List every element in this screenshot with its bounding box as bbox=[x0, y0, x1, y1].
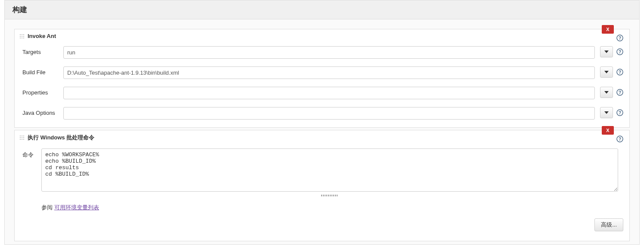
build-file-input[interactable] bbox=[63, 66, 595, 79]
java-options-input[interactable] bbox=[63, 107, 595, 120]
form-row-properties: Properties ? bbox=[15, 82, 629, 102]
properties-label: Properties bbox=[22, 87, 63, 96]
svg-point-23 bbox=[22, 137, 22, 138]
build-step-invoke-ant: X Invoke Ant ? Targets bbox=[14, 29, 630, 128]
svg-point-3 bbox=[20, 36, 21, 37]
svg-point-26 bbox=[22, 139, 22, 140]
build-step-windows-batch: X 执行 Windows 批处理命令 ? 命令 bbox=[14, 130, 630, 241]
svg-text:?: ? bbox=[619, 90, 621, 95]
java-options-label: Java Options bbox=[22, 107, 63, 116]
expand-button[interactable] bbox=[600, 66, 613, 78]
svg-point-19 bbox=[20, 136, 21, 136]
svg-point-1 bbox=[22, 34, 22, 35]
svg-point-6 bbox=[20, 38, 21, 38]
svg-text:?: ? bbox=[619, 50, 621, 54]
properties-input[interactable] bbox=[63, 87, 595, 99]
step-header: 执行 Windows 批处理命令 ? bbox=[15, 130, 629, 143]
build-file-label: Build File bbox=[22, 66, 63, 76]
help-icon[interactable]: ? bbox=[616, 109, 623, 116]
form-row-build-file: Build File ? bbox=[15, 61, 629, 82]
form-row-command: 命令 bbox=[15, 143, 629, 202]
expand-button[interactable] bbox=[600, 87, 613, 98]
reference-row: 参阅 可用环境变量列表 bbox=[15, 202, 629, 216]
step-body: 命令 参阅 可用环境变量列表 高级... bbox=[15, 143, 629, 241]
svg-point-21 bbox=[23, 136, 24, 136]
svg-point-7 bbox=[22, 38, 22, 38]
svg-point-0 bbox=[20, 34, 21, 35]
section-header: 构建 bbox=[4, 0, 640, 19]
svg-point-24 bbox=[23, 137, 24, 138]
form-row-java-options: Java Options ? bbox=[15, 102, 629, 122]
svg-point-22 bbox=[20, 137, 21, 138]
step-title: Invoke Ant bbox=[28, 33, 56, 39]
advanced-row: 高级... bbox=[15, 216, 629, 236]
advanced-button[interactable]: 高级... bbox=[594, 218, 623, 231]
svg-text:?: ? bbox=[619, 36, 621, 41]
help-icon[interactable]: ? bbox=[616, 35, 623, 41]
help-icon[interactable]: ? bbox=[616, 69, 623, 76]
svg-point-8 bbox=[23, 38, 24, 38]
reference-prefix: 参阅 bbox=[41, 204, 54, 211]
step-title: 执行 Windows 批处理命令 bbox=[28, 134, 94, 142]
svg-point-20 bbox=[22, 136, 22, 136]
svg-text:?: ? bbox=[619, 137, 621, 142]
form-row-targets: Targets ? bbox=[15, 41, 629, 61]
svg-text:?: ? bbox=[619, 110, 621, 115]
svg-point-5 bbox=[23, 36, 24, 37]
textarea-resize-handle[interactable] bbox=[41, 191, 618, 199]
help-icon[interactable]: ? bbox=[616, 48, 623, 55]
targets-label: Targets bbox=[22, 46, 63, 55]
svg-text:?: ? bbox=[619, 70, 621, 75]
section-title: 构建 bbox=[13, 6, 27, 14]
step-header: Invoke Ant ? bbox=[15, 29, 629, 41]
drag-handle-icon[interactable] bbox=[19, 135, 25, 141]
help-icon[interactable]: ? bbox=[616, 89, 623, 96]
svg-point-25 bbox=[20, 139, 21, 140]
svg-point-2 bbox=[23, 34, 24, 35]
expand-button[interactable] bbox=[600, 46, 613, 57]
svg-point-27 bbox=[23, 139, 24, 140]
drag-handle-icon[interactable] bbox=[19, 33, 25, 39]
targets-input[interactable] bbox=[63, 46, 595, 59]
command-label: 命令 bbox=[22, 148, 41, 159]
env-vars-link[interactable]: 可用环境变量列表 bbox=[54, 204, 99, 211]
expand-button[interactable] bbox=[600, 107, 613, 118]
help-icon[interactable]: ? bbox=[616, 136, 623, 142]
build-steps-container: X Invoke Ant ? Targets bbox=[4, 19, 640, 245]
command-textarea[interactable] bbox=[41, 148, 618, 192]
svg-point-4 bbox=[22, 36, 22, 37]
step-body: Targets ? Build File bbox=[15, 41, 629, 127]
